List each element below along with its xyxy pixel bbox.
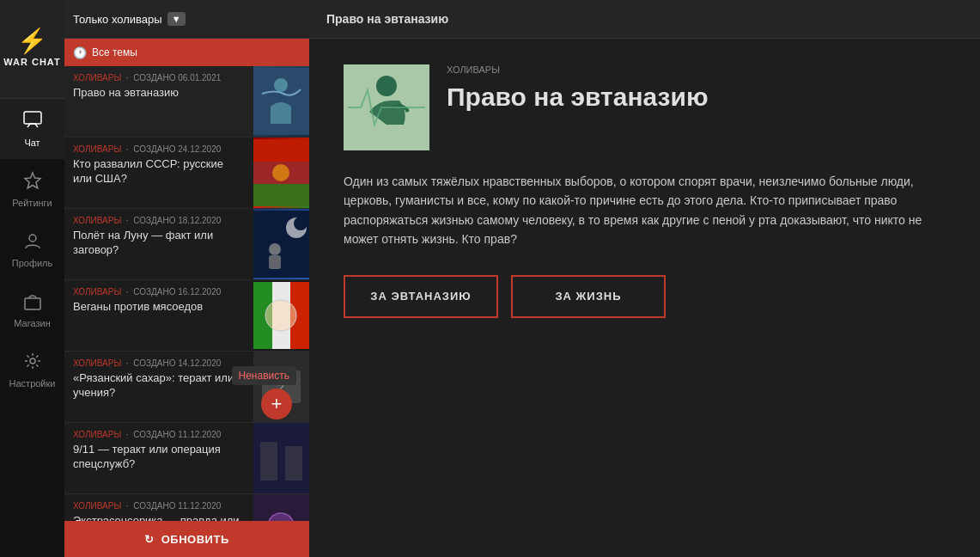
sidebar-item-shop[interactable]: Магазин: [0, 279, 64, 340]
topic-thumb-7: [253, 494, 309, 521]
filter-dropdown[interactable]: Только холивары ▼: [73, 12, 186, 26]
clock-icon: 🕐: [73, 46, 87, 59]
topics-list: ХОЛИВАРЫ · Создано 06.01.2021 Право на э…: [64, 66, 309, 521]
topic-tag-7: ХОЛИВАРЫ: [73, 501, 121, 511]
right-panel: Право на эвтаназию ХОЛИВАРЫ Право на эвт…: [309, 0, 980, 557]
vote-against-button[interactable]: ЗА ЖИЗНЬ: [511, 275, 666, 318]
chat-icon: [23, 111, 42, 134]
right-content: ХОЛИВАРЫ Право на эвтаназию Один из самы…: [309, 39, 980, 557]
shop-icon: [23, 291, 42, 315]
list-item[interactable]: ХОЛИВАРЫ · Создано 11.12.2020 Экстрасенс…: [64, 494, 309, 521]
topic-detail-tag: ХОЛИВАРЫ: [447, 64, 946, 75]
ratings-icon: [23, 171, 42, 194]
svg-point-15: [269, 243, 281, 255]
topic-detail-info: ХОЛИВАРЫ Право на эвтаназию: [447, 64, 946, 113]
vote-buttons: ЗА ЭВТАНАЗИЮ ЗА ЖИЗНЬ: [344, 275, 946, 318]
topic-detail-title: Право на эвтаназию: [447, 82, 946, 113]
topic-title-6: 9/11 — теракт или операция спецслужб?: [73, 443, 245, 472]
topic-date-6: Создано 11.12.2020: [133, 430, 221, 439]
topic-title-3: Полёт на Луну — факт или заговор?: [73, 229, 245, 258]
svg-rect-3: [25, 298, 40, 309]
profile-icon: [23, 231, 42, 254]
list-item[interactable]: ХОЛИВАРЫ · Создано 11.12.2020 9/11 — тер…: [64, 423, 309, 494]
app-name: WAR CHAT: [3, 57, 60, 68]
topic-tag-5: ХОЛИВАРЫ: [73, 358, 121, 368]
topic-content-1: ХОЛИВАРЫ · Создано 06.01.2021 Право на э…: [64, 66, 253, 137]
topic-date-3: Создано 18.12.2020: [133, 216, 221, 225]
topic-meta-1: ХОЛИВАРЫ · Создано 06.01.2021: [73, 73, 245, 83]
filter-label: Только холивары: [73, 13, 162, 26]
middle-header: Только холивары ▼: [64, 0, 309, 39]
topic-content-6: ХОЛИВАРЫ · Создано 11.12.2020 9/11 — тер…: [64, 423, 253, 493]
topic-title-7: Экстрасенсорика — правда или вымысел?: [73, 514, 245, 521]
tooltip-popup: Ненависть: [232, 366, 296, 385]
list-item[interactable]: ХОЛИВАРЫ · Создано 06.01.2021 Право на э…: [64, 66, 309, 138]
topic-content-7: ХОЛИВАРЫ · Создано 11.12.2020 Экстрасенс…: [64, 494, 253, 521]
svg-point-4: [30, 358, 35, 364]
all-topics-label: Все темы: [92, 46, 137, 58]
vote-for-button[interactable]: ЗА ЭВТАНАЗИЮ: [344, 275, 498, 318]
list-item[interactable]: ХОЛИВАРЫ · Создано 18.12.2020 Полёт на Л…: [64, 209, 309, 280]
sidebar-item-profile[interactable]: Профиль: [0, 219, 64, 279]
bolt-icon: ⚡: [17, 29, 47, 53]
topic-content-2: ХОЛИВАРЫ · Создано 24.12.2020 Кто развал…: [64, 138, 253, 208]
topic-meta-7: ХОЛИВАРЫ · Создано 11.12.2020: [73, 501, 245, 511]
topic-date-5: Создано 14.12.2020: [133, 358, 221, 368]
sidebar-item-chat[interactable]: Чат: [0, 99, 64, 159]
topic-description: Один из самых тяжёлых нравственных выбор…: [344, 172, 946, 249]
topic-content-5: ХОЛИВАРЫ · Создано 14.12.2020 «Рязанский…: [64, 352, 253, 422]
svg-rect-0: [24, 112, 41, 124]
svg-point-20: [265, 300, 296, 331]
svg-marker-1: [25, 173, 40, 188]
topic-thumb-2: [253, 138, 309, 208]
update-button[interactable]: ↻ ОБНОВИТЬ: [64, 521, 309, 557]
settings-label: Настройки: [9, 378, 56, 389]
add-topic-button[interactable]: +: [261, 389, 292, 419]
sidebar-item-ratings[interactable]: Рейтинги: [0, 159, 64, 219]
svg-rect-26: [285, 446, 302, 480]
topic-tag-3: ХОЛИВАРЫ: [73, 216, 121, 225]
topic-thumb-6: [253, 423, 309, 493]
svg-point-36: [376, 76, 397, 96]
topic-date-7: Создано 11.12.2020: [133, 501, 221, 511]
topic-meta-4: ХОЛИВАРЫ · Создано 16.12.2020: [73, 287, 245, 297]
topic-content-3: ХОЛИВАРЫ · Создано 18.12.2020 Полёт на Л…: [64, 209, 253, 279]
topic-tag-4: ХОЛИВАРЫ: [73, 287, 121, 297]
topic-date-4: Создано 16.12.2020: [133, 287, 221, 297]
right-header-title: Право на эвтаназию: [326, 12, 448, 26]
svg-rect-25: [260, 442, 277, 480]
topic-tag-1: ХОЛИВАРЫ: [73, 73, 121, 83]
profile-label: Профиль: [12, 258, 53, 268]
shop-label: Магазин: [14, 318, 50, 328]
topic-date-1: Создано 06.01.2021: [133, 73, 221, 83]
all-topics-bar[interactable]: 🕐 Все темы: [64, 39, 309, 66]
settings-icon: [23, 352, 42, 375]
refresh-icon: ↻: [144, 533, 155, 546]
topic-meta-2: ХОЛИВАРЫ · Создано 24.12.2020: [73, 144, 245, 154]
topic-tag-2: ХОЛИВАРЫ: [73, 144, 121, 154]
topic-thumb-4: [253, 280, 309, 351]
sidebar-item-settings[interactable]: Настройки: [0, 340, 64, 400]
chat-label: Чат: [24, 138, 40, 148]
list-item[interactable]: ХОЛИВАРЫ · Создано 24.12.2020 Кто развал…: [64, 138, 309, 209]
topic-title-1: Право на эвтаназию: [73, 86, 245, 101]
list-item[interactable]: ХОЛИВАРЫ · Создано 16.12.2020 Веганы про…: [64, 280, 309, 352]
topic-meta-6: ХОЛИВАРЫ · Создано 11.12.2020: [73, 430, 245, 439]
update-label: ОБНОВИТЬ: [161, 533, 229, 546]
topic-tag-6: ХОЛИВАРЫ: [73, 430, 121, 439]
svg-rect-8: [253, 139, 309, 162]
svg-point-2: [29, 235, 36, 242]
logo-area: ⚡ WAR CHAT: [0, 0, 64, 99]
svg-point-11: [272, 164, 289, 181]
topic-title-4: Веганы против мясоедов: [73, 300, 245, 315]
topic-title-2: Кто развалил СССР: русские или США?: [73, 157, 245, 187]
left-navigation: ⚡ WAR CHAT Чат Рейтинги Профиль: [0, 0, 64, 557]
right-header: Право на эвтаназию: [309, 0, 980, 39]
topic-thumb-3: [253, 209, 309, 279]
topic-content-4: ХОЛИВАРЫ · Создано 16.12.2020 Веганы про…: [64, 280, 253, 351]
topic-detail-image: [344, 64, 429, 150]
svg-point-6: [274, 78, 288, 92]
topic-meta-3: ХОЛИВАРЫ · Создано 18.12.2020: [73, 216, 245, 225]
middle-panel: Только холивары ▼ 🕐 Все темы ХОЛИВАРЫ · …: [64, 0, 309, 557]
svg-rect-16: [269, 255, 281, 269]
